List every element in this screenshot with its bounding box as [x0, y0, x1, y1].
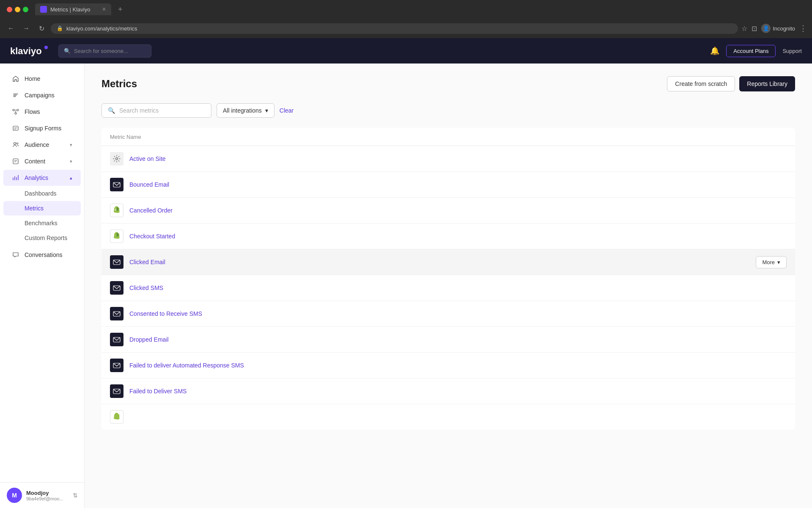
new-tab-button[interactable]: +: [118, 5, 123, 14]
table-row[interactable]: Cancelled Order: [102, 198, 795, 224]
metric-name: Checkout Started: [129, 233, 175, 240]
sidebar-item-flows[interactable]: Flows: [3, 104, 81, 120]
extension-icon[interactable]: ⊡: [752, 25, 757, 33]
traffic-light-yellow[interactable]: [15, 7, 20, 12]
browser-tab[interactable]: Metrics | Klaviyo ✕: [35, 3, 111, 15]
sidebar-sub-item-metrics[interactable]: Metrics: [3, 201, 81, 215]
notification-bell-icon[interactable]: 🔔: [710, 46, 719, 55]
top-search-input[interactable]: [74, 48, 146, 54]
user-chevron-icon: ⇅: [73, 492, 78, 499]
table-row[interactable]: Consented to Receive SMS: [102, 301, 795, 327]
address-bar[interactable]: 🔒 klaviyo.com/analytics/metrics: [51, 23, 738, 34]
top-search-icon: 🔍: [64, 48, 71, 54]
home-icon: [12, 75, 19, 83]
dropdown-chevron-icon: ▾: [265, 107, 268, 114]
content-chevron-icon: ▾: [70, 159, 72, 164]
sidebar-label-dashboards: Dashboards: [25, 190, 57, 197]
chrome-menu-icon[interactable]: ⋮: [799, 24, 807, 33]
flows-icon: [12, 108, 19, 116]
metric-name: Consented to Receive SMS: [129, 310, 202, 317]
traffic-light-red[interactable]: [7, 7, 12, 12]
user-avatar: M: [7, 488, 22, 503]
audience-icon: [12, 141, 19, 149]
metric-icon-email: [110, 255, 123, 269]
bookmark-icon[interactable]: ☆: [741, 25, 747, 33]
table-row[interactable]: Bounced Email: [102, 172, 795, 198]
metric-name: Bounced Email: [129, 181, 169, 188]
sidebar-item-audience[interactable]: Audience ▾: [3, 137, 81, 153]
logo-svg: klaviyo: [10, 45, 48, 57]
table-row[interactable]: Failed to deliver Automated Response SMS: [102, 353, 795, 378]
integrations-dropdown[interactable]: All integrations ▾: [217, 103, 274, 118]
sidebar-item-content[interactable]: Content ▾: [3, 153, 81, 169]
metric-icon-email: [110, 384, 123, 398]
more-button[interactable]: More ▾: [756, 256, 787, 268]
account-plans-button[interactable]: Account Plans: [726, 45, 776, 57]
svg-point-9: [116, 158, 118, 160]
tab-close-button[interactable]: ✕: [102, 6, 106, 12]
metric-icon-email: [110, 307, 123, 320]
svg-point-3: [17, 109, 19, 111]
main-area: Home Campaigns Flows Signup Forms: [0, 64, 812, 508]
svg-rect-5: [13, 126, 18, 130]
sidebar-sub-item-benchmarks[interactable]: Benchmarks: [3, 216, 81, 230]
sidebar-sub-item-custom-reports[interactable]: Custom Reports: [3, 231, 81, 245]
table-row[interactable]: [102, 404, 795, 430]
svg-rect-8: [13, 159, 18, 164]
user-email: 9ba4e9ef@moo...: [26, 496, 69, 501]
sidebar-item-campaigns[interactable]: Campaigns: [3, 87, 81, 103]
table-row[interactable]: Active on Site: [102, 146, 795, 172]
svg-text:klaviyo: klaviyo: [10, 46, 42, 56]
klaviyo-logo[interactable]: klaviyo: [10, 45, 48, 57]
app-container: klaviyo 🔍 🔔 Account Plans Support Home: [0, 38, 812, 508]
table-row[interactable]: Checkout Started: [102, 224, 795, 249]
sidebar-label-content: Content: [25, 158, 45, 165]
lock-icon: 🔒: [57, 25, 63, 31]
svg-point-4: [15, 113, 16, 114]
metric-row-actions: More ▾: [756, 256, 787, 268]
traffic-light-green[interactable]: [23, 7, 28, 12]
campaigns-icon: [12, 91, 19, 99]
table-row[interactable]: Dropped Email: [102, 327, 795, 353]
sidebar-item-analytics[interactable]: Analytics ▴: [3, 170, 81, 186]
user-profile[interactable]: M Moodjoy 9ba4e9ef@moo... ⇅: [0, 482, 85, 508]
search-metrics-input[interactable]: [119, 107, 205, 114]
support-button[interactable]: Support: [782, 48, 802, 54]
browser-titlebar: Metrics | Klaviyo ✕ +: [0, 0, 812, 19]
sidebar-item-signup-forms[interactable]: Signup Forms: [3, 120, 81, 136]
sidebar-item-home[interactable]: Home: [3, 71, 81, 87]
reports-library-button[interactable]: Reports Library: [739, 76, 795, 91]
table-row[interactable]: Failed to Deliver SMS: [102, 378, 795, 404]
search-box[interactable]: 🔍: [102, 103, 211, 118]
browser-chrome: Metrics | Klaviyo ✕ + ← → ↻ 🔒 klaviyo.co…: [0, 0, 812, 38]
filters-row: 🔍 All integrations ▾ Clear: [102, 103, 795, 118]
create-from-scratch-button[interactable]: Create from scratch: [667, 76, 735, 91]
sidebar-sub-item-dashboards[interactable]: Dashboards: [3, 186, 81, 201]
column-header-metric-name: Metric Name: [110, 134, 141, 140]
clear-filters-button[interactable]: Clear: [280, 107, 294, 114]
sidebar-item-conversations[interactable]: Conversations: [3, 247, 81, 263]
sidebar-label-campaigns: Campaigns: [25, 92, 55, 99]
forward-button[interactable]: →: [20, 22, 32, 34]
sidebar-label-conversations: Conversations: [25, 251, 63, 258]
metric-icon-email: [110, 333, 123, 346]
back-button[interactable]: ←: [5, 22, 17, 34]
table-row[interactable]: Clicked Email More ▾: [102, 249, 795, 275]
metric-name: Dropped Email: [129, 336, 169, 343]
metric-icon-email: [110, 359, 123, 372]
reload-button[interactable]: ↻: [36, 22, 47, 34]
page-title: Metrics: [102, 78, 137, 90]
sidebar-label-home: Home: [25, 75, 40, 82]
table-row[interactable]: Clicked SMS: [102, 275, 795, 301]
search-icon: 🔍: [108, 107, 115, 114]
user-name: Moodjoy: [26, 490, 69, 496]
more-button-label: More: [762, 259, 775, 265]
signup-forms-icon: [12, 124, 19, 132]
top-search[interactable]: 🔍: [58, 44, 151, 58]
incognito-button[interactable]: 👤 Incognito: [761, 24, 795, 33]
sidebar-label-audience: Audience: [25, 141, 49, 148]
metric-icon-settings: [110, 152, 123, 166]
user-info: Moodjoy 9ba4e9ef@moo...: [26, 490, 69, 501]
user-initials: M: [12, 492, 17, 499]
browser-nav-right: ☆ ⊡ 👤 Incognito ⋮: [741, 24, 807, 33]
